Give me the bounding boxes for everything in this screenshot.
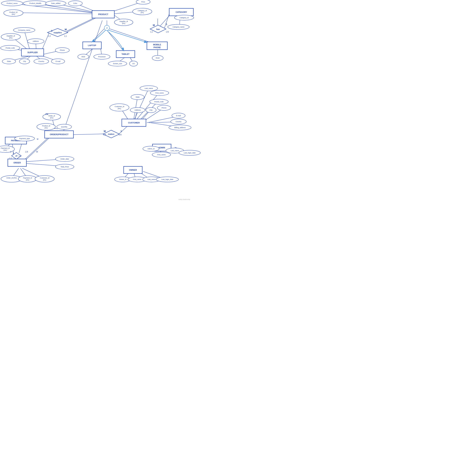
svg-line-34 — [134, 88, 149, 120]
svg-text:E-mail: E-mail — [56, 60, 60, 62]
attr-customer-id-pk — [110, 104, 129, 111]
attr-payment-id-fk — [18, 175, 37, 182]
svg-line-27 — [107, 30, 124, 51]
entity-owner-label: OWNER — [129, 169, 137, 171]
svg-text:HDD: HDD — [82, 56, 85, 58]
attr-payment-id-pk — [0, 146, 15, 153]
svg-text:Address: Address — [135, 109, 141, 111]
svg-text:RAM: RAM — [156, 57, 160, 59]
diamond-of-label: of — [16, 155, 17, 157]
svg-text:Postal_code: Postal_code — [6, 47, 15, 49]
diamond-makes-label: makes — [108, 133, 114, 135]
svg-text:E-mail: E-mail — [176, 115, 181, 117]
entity-laptop-label: LAPTOP — [88, 44, 96, 47]
svg-text:Phone: Phone — [162, 107, 166, 109]
svg-text:1: 1 — [13, 152, 14, 154]
svg-text:Postal_code: Postal_code — [154, 101, 164, 103]
attr-supplier-id-pk — [1, 34, 20, 40]
attr-customer-id-fk — [35, 175, 54, 182]
entity-admin-label: ADMIN — [158, 147, 165, 149]
svg-text:Admin_id: Admin_id — [147, 148, 154, 150]
svg-text:Phone: Phone — [60, 49, 65, 51]
svg-text:State: State — [7, 60, 11, 62]
svg-text:(PK): (PK) — [9, 37, 13, 39]
svg-text:1,1: 1,1 — [9, 157, 12, 159]
svg-text:1: 1 — [120, 130, 122, 133]
svg-text:Country: Country — [175, 121, 182, 122]
svg-text:First_name: First_name — [157, 154, 166, 156]
svg-text:Payment_id: Payment_id — [1, 147, 10, 149]
svg-text:Processor: Processor — [98, 56, 106, 58]
attr-product-id-fk — [37, 123, 55, 130]
svg-text:Company_name: Company_name — [18, 29, 30, 31]
svg-text:Category_id: Category_id — [180, 17, 189, 18]
svg-text:M: M — [104, 130, 106, 133]
diamond-has-label: has — [156, 28, 160, 30]
svg-text:Color: Color — [73, 2, 77, 4]
entity-category-label: CATEGORY — [175, 11, 187, 13]
svg-text:Payment_id: Payment_id — [23, 177, 32, 179]
svg-text:Customer_id: Customer_id — [40, 177, 49, 179]
svg-text:Last_name: Last_name — [145, 87, 153, 89]
svg-text:Order_id (PK): Order_id (PK) — [6, 177, 17, 179]
svg-text:Category_id: Category_id — [138, 10, 147, 12]
svg-text:1,N: 1,N — [25, 151, 28, 153]
svg-text:Screen_size: Screen_size — [113, 63, 122, 65]
entity-customer-label: CUSTOMER — [128, 122, 140, 124]
svg-text:Supplier_id: Supplier_id — [119, 20, 128, 22]
svg-text:Address: Address — [33, 40, 39, 42]
attr-supplier-id-fk — [114, 19, 133, 26]
svg-text:(FK): (FK) — [122, 22, 125, 24]
svg-text:(FK): (FK) — [141, 12, 144, 14]
svg-text:Product_id: Product_id — [42, 125, 50, 127]
entity-supplier-label: SUPPLIER — [27, 51, 37, 53]
svg-text:(FK): (FK) — [43, 179, 46, 181]
svg-text:M: M — [37, 138, 38, 140]
svg-line-70 — [63, 20, 102, 132]
svg-text:First_name: First_name — [155, 92, 164, 94]
svg-text:City: City — [23, 60, 26, 62]
svg-text:M: M — [36, 151, 38, 153]
svg-text:Product_detaills: Product_detaills — [29, 2, 41, 4]
entity-mobile-phone-label2: PHONE — [153, 46, 161, 49]
svg-text:M: M — [153, 24, 155, 27]
svg-text:City: City — [150, 109, 153, 111]
svg-text:(PK): (PK) — [3, 149, 7, 151]
svg-text:Customer_id: Customer_id — [115, 106, 124, 107]
svg-text:Owner_id: Owner_id — [119, 178, 126, 180]
entity-order-label: ORDER — [13, 162, 21, 164]
entity-product-label: PRODUCT — [98, 13, 108, 16]
svg-text:d: d — [106, 27, 108, 29]
svg-text:Billing_address: Billing_address — [174, 127, 186, 128]
svg-text:First_name: First_name — [133, 178, 141, 180]
diamond-supplies-label: supplies — [53, 32, 62, 34]
svg-text:(PK): (PK) — [12, 13, 15, 15]
svg-text:Supplier_id: Supplier_id — [6, 35, 15, 37]
entity-mobile-phone-label: MOBILE — [153, 44, 161, 46]
svg-text:Product_name: Product_name — [7, 2, 18, 4]
svg-text:1,1: 1,1 — [18, 155, 21, 157]
er-diagram: .entity-rect { fill: white; stroke: #224… — [0, 0, 201, 201]
svg-text:entity-relationship: entity-relationship — [178, 199, 190, 200]
svg-text:Last_name: Last_name — [147, 178, 156, 180]
svg-text:Country: Country — [38, 60, 44, 62]
svg-line-26 — [91, 29, 104, 43]
svg-text:Quantity: Quantity — [61, 126, 67, 128]
svg-text:Date_added: Date_added — [51, 2, 60, 4]
svg-text:(FK): (FK) — [44, 127, 48, 129]
svg-text:M: M — [65, 28, 67, 31]
svg-text:Payment_type: Payment_type — [19, 137, 30, 139]
svg-text:1,1: 1,1 — [64, 35, 67, 37]
svg-text:1,1: 1,1 — [150, 31, 153, 33]
entity-tablet-label: TABLET — [122, 53, 130, 55]
svg-text:1,N: 1,N — [166, 31, 169, 33]
svg-text:Order_id: Order_id — [48, 115, 55, 117]
svg-text:(FK): (FK) — [50, 117, 53, 119]
svg-line-4 — [13, 13, 101, 14]
svg-text:Last_login_date: Last_login_date — [184, 152, 196, 154]
svg-line-28 — [110, 29, 153, 43]
svg-text:0,N: 0,N — [119, 134, 122, 136]
svg-text:(PK): (PK) — [118, 108, 121, 110]
svg-text:1,3: 1,3 — [48, 35, 51, 37]
svg-text:Order_date: Order_date — [60, 158, 69, 160]
